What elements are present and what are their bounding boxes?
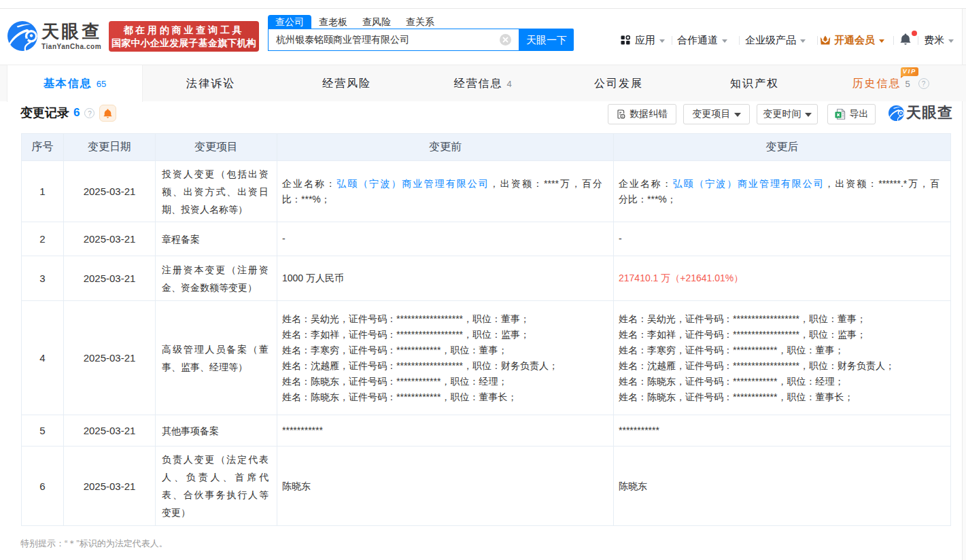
cell-no: 1 (22, 161, 64, 222)
vip-badge: VIP (901, 67, 918, 76)
chevron-down-icon (800, 39, 806, 43)
cell-line: 姓名：沈越雁，证件号码：******************，职位：财务负责人； (282, 358, 602, 374)
cell-no: 4 (22, 301, 64, 415)
bell-orange-icon (103, 109, 112, 118)
help-icon[interactable]: ? (918, 78, 929, 89)
nav-enterprise[interactable]: 企业级产品 (745, 30, 806, 50)
nav-notifications[interactable] (900, 30, 911, 50)
change-record-table: 序号 变更日期 变更项目 变更前 变更后 12025-03-21投资人变更（包括… (21, 133, 951, 526)
table-row: 12025-03-21投资人变更（包括出资额、出资方式、出资日期、投资人名称等）… (22, 161, 951, 222)
cell-item: 其他事项备案 (156, 415, 277, 447)
cell-date: 2025-03-21 (64, 222, 156, 256)
footnote: 特别提示：“＊”标识的为法定代表人。 (20, 538, 168, 550)
cell-text: 投资人变更（包括出资 (162, 169, 269, 179)
cell-before: 陈晓东 (277, 447, 614, 526)
cell-before: 姓名：吴幼光，证件号码：******************，职位：董事；姓名：… (277, 301, 614, 415)
cell-after: 企业名称：弘颐（宁波）商业管理有限公司，出资额：******.*万，百分比：**… (614, 161, 951, 222)
monitor-bell-button[interactable] (99, 105, 116, 122)
tab-operation[interactable]: 经营信息4 (415, 65, 551, 102)
cell-before: 1000 万人民币 (277, 256, 614, 301)
filter-time-button[interactable]: 变更时间 (757, 104, 818, 124)
cell-text: 注册资本变更（注册资 (162, 264, 269, 275)
cell-line: 姓名：李寒穷，证件号码：************，职位：董事； (619, 343, 939, 358)
cell-text: 分比：***%； (619, 194, 676, 205)
nav-user[interactable]: 费米 (924, 30, 954, 50)
cell-item: 章程备案 (156, 222, 277, 256)
cell-line: 表、合伙事务执行人等 (162, 486, 269, 504)
cell-text: 姓名：李如祥，证件号码：******************，职位：监事； (619, 329, 866, 340)
cell-text: 变更） (162, 507, 190, 518)
caret-down-icon (805, 113, 812, 117)
cell-before: *********** (277, 415, 614, 447)
caret-down-icon (734, 113, 741, 117)
cell-text: 姓名：陈晓东，证件号码：************，职位：董事长； (282, 391, 517, 402)
search-tab-boss[interactable]: 查老板 (311, 15, 355, 29)
cell-text: 姓名：陈晓东，证件号码：************，职位：董事长； (619, 391, 853, 402)
cell-text: ，出资额：****万，百分 (489, 178, 602, 189)
changed-value-red: 217410.1 万（+21641.01%） (619, 273, 743, 283)
cell-line: 姓名：李寒穷，证件号码：************，职位：董事； (282, 343, 602, 358)
cell-line: 姓名：陈晓东，证件号码：************，职位：董事长； (282, 389, 602, 405)
cell-line: 姓名：李如祥，证件号码：******************，职位：监事； (282, 327, 602, 343)
tab-development[interactable]: 公司发展 (551, 65, 687, 102)
cell-text: - (619, 233, 622, 244)
tab-count: 5 (905, 79, 910, 89)
cell-date: 2025-03-21 (64, 256, 156, 301)
cell-line: 比：***%； (282, 192, 602, 207)
chevron-down-icon (659, 39, 665, 43)
search-tabs: 查公司 查老板 查风险 查关系 (268, 15, 442, 29)
export-button[interactable]: 导出 (827, 104, 876, 124)
tab-ip[interactable]: 知识产权 (687, 65, 823, 102)
cell-line: 姓名：陈晓东，证件号码：************，职位：经理； (282, 374, 602, 389)
cell-date: 2025-03-21 (64, 415, 156, 447)
cell-item: 投资人变更（包括出资额、出资方式、出资日期、投资人名称等） (156, 161, 277, 222)
search-tab-relation[interactable]: 查关系 (398, 15, 442, 29)
table-row: 22025-03-21章程备案-- (22, 222, 951, 256)
cell-after: 姓名：吴幼光，证件号码：******************，职位：董事；姓名：… (614, 301, 951, 415)
company-link[interactable]: 弘颐（宁波）商业管理有限公司 (337, 178, 489, 189)
search-tab-company[interactable]: 查公司 (268, 15, 311, 29)
cell-text: 比：***%； (282, 194, 330, 205)
chevron-down-icon (948, 39, 954, 43)
tab-label: 历史信息 (852, 77, 901, 91)
cell-after: *********** (614, 415, 951, 447)
cell-line: 217410.1 万（+21641.01%） (619, 270, 939, 286)
data-correct-button[interactable]: 数据纠错 (608, 104, 676, 124)
table-header-row: 序号 变更日期 变更项目 变更前 变更后 (22, 134, 951, 161)
company-link[interactable]: 弘颐（宁波）商业管理有限公司 (673, 178, 825, 189)
cell-line: 变更） (162, 504, 269, 521)
cell-text: 姓名：李如祥，证件号码：******************，职位：监事； (282, 329, 530, 340)
help-icon[interactable]: ? (84, 108, 94, 118)
cell-text: 金、资金数额等变更） (162, 282, 257, 293)
export-label: 导出 (850, 108, 869, 120)
cell-item: 负责人变更（法定代表人、负责人、首席代表、合伙事务执行人等变更） (156, 447, 277, 526)
cell-line: 企业名称：弘颐（宁波）商业管理有限公司，出资额：******.*万，百 (619, 176, 939, 192)
cell-line: 分比：***%； (619, 192, 939, 207)
page-tabbar: 基本信息65法律诉讼经营风险经营信息4公司发展知识产权历史信息5?VIP (0, 65, 966, 101)
filter-time-label: 变更时间 (763, 108, 801, 120)
nav-vip[interactable]: 开通会员 (820, 30, 884, 50)
tab-lawsuit[interactable]: 法律诉讼 (143, 65, 279, 102)
tab-basic[interactable]: 基本信息65 (7, 65, 143, 102)
cell-text: *********** (619, 425, 659, 436)
nav-partner-label: 合作通道 (677, 34, 718, 47)
cell-before: - (277, 222, 614, 256)
table-head: 序号 变更日期 变更项目 变更前 变更后 (22, 134, 951, 161)
col-header-date: 变更日期 (64, 134, 156, 161)
cell-line: 陈晓东 (282, 478, 602, 494)
cell-line: 额、出资方式、出资日 (162, 183, 269, 200)
cell-line: 金、资金数额等变更） (162, 279, 269, 296)
col-header-item: 变更项目 (156, 134, 277, 161)
cell-text: 企业名称： (282, 178, 337, 189)
search-tab-risk[interactable]: 查风险 (355, 15, 398, 29)
nav-vip-label: 开通会员 (834, 34, 875, 47)
nav-apps[interactable]: 应用 (621, 30, 665, 50)
cell-item: 高级管理人员备案（董事、监事、经理等） (156, 301, 277, 415)
filter-item-button[interactable]: 变更项目 (683, 104, 750, 124)
cell-text: 姓名：吴幼光，证件号码：******************，职位：董事； (619, 313, 866, 324)
tab-risk[interactable]: 经营风险 (279, 65, 415, 102)
cell-text: 姓名：李寒穷，证件号码：************，职位：董事； (619, 345, 844, 355)
nav-partner[interactable]: 合作通道 (677, 30, 727, 50)
tab-history[interactable]: 历史信息5?VIP (823, 65, 959, 102)
excel-icon (835, 109, 846, 120)
